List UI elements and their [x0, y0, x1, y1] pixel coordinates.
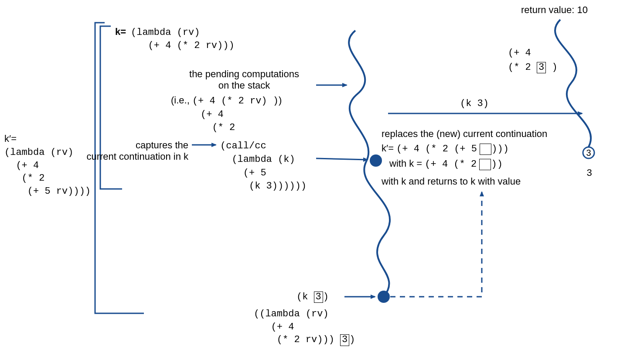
bottom-lambda: ((lambda (rv) (+ 4 (* 2 rv))) 3)	[254, 308, 355, 346]
right-three: 3	[586, 168, 592, 179]
pending-ie: (i.e., (+ 4 (* 2 rv) ))	[171, 95, 282, 106]
kprime-label: k′=	[4, 133, 17, 144]
k-lambda: (lambda (rv) (+ 4 (* 2 rv)))	[131, 26, 235, 52]
k3-bottom: (k 3)	[296, 291, 329, 303]
pending-label: the pending computations on the stack	[177, 69, 312, 91]
return-value-label: return value: 10	[521, 4, 588, 16]
callcc-block: (call/cc (lambda (k) (+ 5 (k 3))))))	[220, 140, 307, 193]
replaces-block: replaces the (new) current continuation …	[382, 127, 547, 189]
svg-text:3: 3	[586, 148, 591, 158]
captures-label: captures the current continuation in k	[85, 140, 188, 162]
pending-expr: (+ 4 (* 2	[201, 108, 235, 134]
svg-point-0	[370, 154, 382, 167]
svg-line-4	[316, 158, 368, 160]
k-label: k=	[115, 26, 126, 38]
svg-point-1	[378, 291, 390, 303]
kprime-lambda: (lambda (rv) (+ 4 (* 2 (+ 5 rv))))	[4, 146, 91, 198]
k3-arrow-label: (k 3)	[460, 98, 489, 109]
right-expr: (+ 4 (* 2 3 )	[508, 46, 558, 75]
